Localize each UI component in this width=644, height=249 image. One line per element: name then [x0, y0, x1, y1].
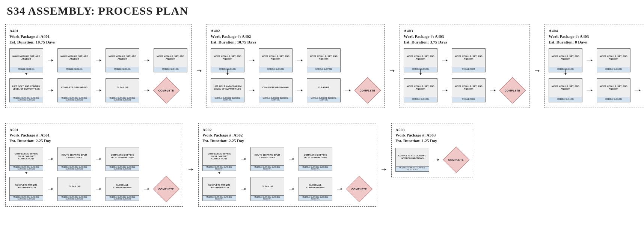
task-row: MOVE MODULE, SET, AND ANCHORMODULE: SL01…: [549, 78, 644, 103]
package-header: A501 Work Package #: A501 Est. Duration:…: [9, 127, 179, 144]
package-header: A403 Work Package #: A403 Est. Duration:…: [404, 28, 525, 45]
task-box: MOVE MODULE, SET, AND ANCHORMODULE: SL00…: [154, 48, 187, 72]
complete-diamond: COMPLETE: [154, 176, 179, 202]
task-box: MOVE MODULE, SET, AND ANCHORMODULE: SL01…: [597, 48, 630, 72]
task-box: COMPLETE SHIPPING SPLIT TERMINATIONSMODU…: [106, 147, 139, 171]
task-label: MOVE MODULE, SET, AND ANCHOR: [597, 79, 630, 97]
task-label: ROUTE SHIPPING SPLIT CONDUCTORS: [251, 147, 284, 165]
task-box: MOVE MODULE, SET, AND ANCHORMODULE: SL00…: [259, 48, 293, 72]
task-module: MODULE: SL007.001: [307, 67, 340, 72]
task-label: COMPLETE GROUNDING: [259, 79, 292, 97]
package-header: A402 Work Package #: A402 Est. Duration:…: [211, 28, 380, 45]
task-box: CLOSE ALL COMPARTMENTSMODULE: SL005.001,…: [299, 177, 332, 201]
arrow-right-icon: [249, 60, 254, 60]
task-module: MODULE: SL001.001, SL002.001, SL003.001,…: [10, 195, 43, 201]
arrow-right-icon: [635, 90, 640, 90]
task-row: MOVE MODULE, SET, AND ANCHORMODULE: SL00…: [404, 48, 525, 72]
task-label: MOVE MODULE, SET, AND ANCHOR: [452, 49, 485, 67]
task-label: MOVE MODULE, SET, AND ANCHOR: [259, 49, 292, 67]
task-label: COMPLETE SHIPPING SPLIT TERMINATIONS: [299, 147, 332, 165]
complete-label: COMPLETE: [360, 89, 375, 92]
arrow-right-icon: [48, 189, 53, 189]
package-connector-icon: [390, 70, 394, 71]
task-module: MODULE: SL005.001, SL006.001, SL007.001: [299, 195, 332, 201]
task-row: COMPLETE SHIPPING SPLIT CONDUIT CONNECTI…: [9, 147, 179, 171]
work-package-a503: A503 Work Package #: A503 Est. Duration:…: [391, 123, 473, 178]
task-module: MODULE: SL001.001, SL002.001, SL003.001,…: [106, 97, 139, 102]
task-box: MOVE MODULE, SET, AND ANCHORMODULE: SL00…: [211, 48, 244, 72]
task-label: ROUTE SHIPPING SPLIT CONDUCTORS: [58, 147, 91, 165]
task-label: MOVE MODULE, SET, AND ANCHOR: [154, 49, 187, 67]
task-box: MOVE MODULE, SET, AND ANCHORMODULE: SL00…: [307, 48, 341, 72]
task-box: CLEAN UPMODULE: SL005.001, SL006.001, SL…: [250, 177, 284, 201]
task-box: COMPLETE ALL LIGHTING INTERCONNECTIONSMO…: [395, 148, 429, 172]
task-module: MODULE: SL010.001: [404, 97, 437, 102]
task-row: LIFT, BOLT, AND CONFIRM LEVEL OF SUPPORT…: [9, 78, 187, 103]
task-module: MODULE: SL008.001, SL009.001, SL010, SL0…: [396, 166, 429, 171]
task-box: ROUTE SHIPPING SPLIT CONDUCTORSMODULE: S…: [57, 147, 91, 171]
task-label: MOVE MODULE, SET, AND ANCHOR: [549, 79, 582, 97]
task-row: MOVE MODULE, SET, AND ANCHORMODULE: SL01…: [549, 48, 644, 72]
task-label: MOVE MODULE, SET, AND ANCHOR: [307, 49, 340, 67]
complete-label: COMPLETE: [158, 188, 174, 190]
task-box: COMPLETE TORQUE DOCUMENTATIONMODULE: SL0…: [9, 177, 43, 201]
task-label: MOVE MODULE, SET, AND ANCHOR: [106, 49, 139, 67]
task-row: COMPLETE TORQUE DOCUMENTATIONMODULE: SL0…: [202, 176, 372, 202]
task-label: CLEAN UP: [106, 79, 139, 97]
arrow-right-icon: [587, 60, 592, 60]
connector-down-icon: [26, 168, 26, 174]
package-header: A502 Work Package #: A502 Est. Duration:…: [202, 127, 372, 144]
arrow-right-icon: [442, 60, 447, 60]
task-label: MOVE MODULE, SET, AND ANCHOR: [404, 49, 437, 67]
task-module: MODULE: SL005.001: [211, 67, 244, 72]
complete-diamond: COMPLETE: [355, 78, 380, 103]
task-label: COMPLETE TORQUE DOCUMENTATION: [10, 177, 43, 195]
arrow-right-icon: [434, 160, 439, 160]
task-row: COMPLETE TORQUE DOCUMENTATIONMODULE: SL0…: [9, 176, 179, 202]
task-module: MODULE: SL001.001, SL002.001, SL003.001,…: [58, 97, 91, 102]
task-label: MOVE MODULE, SET, AND ANCHOR: [10, 49, 43, 67]
work-package-a502: A502 Work Package #: A502 Est. Duration:…: [198, 123, 376, 207]
arrow-right-icon: [297, 60, 302, 60]
task-row: COMPLETE ALL LIGHTING INTERCONNECTIONSMO…: [395, 147, 469, 172]
task-box: COMPLETE SHIPPING SPLIT CONDUIT CONNECTI…: [9, 147, 43, 171]
task-box: MOVE MODULE, SET, AND ANCHORMODULE: SL01…: [452, 78, 486, 102]
complete-label: COMPLETE: [351, 188, 367, 190]
task-box: MOVE MODULE, SET, AND ANCHORMODULE: SL00…: [57, 48, 91, 72]
connector-down-icon: [420, 69, 421, 75]
task-label: COMPLETE SHIPPING SPLIT CONDUIT CONNECTI…: [203, 147, 236, 165]
task-box: COMPLETE SHIPPING SPLIT TERMINATIONSMODU…: [299, 147, 332, 171]
task-box: CLEAN UPMODULE: SL001.001, SL002.001, SL…: [57, 177, 91, 201]
arrow-right-icon: [345, 90, 350, 90]
task-box: CLOSE ALL COMPARTMENTSMODULE: SL001.001,…: [106, 177, 139, 201]
work-package-a402: A402 Work Package #: A402 Est. Duration:…: [207, 24, 385, 108]
task-box: MOVE MODULE, SET, AND ANCHORMODULE: SL01…: [549, 48, 582, 72]
arrow-right-icon: [96, 159, 101, 159]
arrow-right-icon: [241, 159, 246, 159]
task-label: LIFT, BOLT, AND CONFIRM LEVEL OF SUPPORT…: [211, 79, 244, 97]
task-module: MODULE: SL001.001, SL002.001, SL003.001,…: [10, 165, 43, 171]
task-label: COMPLETE ALL LIGHTING INTERCONNECTIONS: [396, 148, 429, 166]
task-module: MODULE: SL005.001, SL006.001, SL007.001: [203, 165, 236, 171]
package-header: A503 Work Package #: A503 Est. Duration:…: [395, 127, 469, 144]
task-box: MOVE MODULE, SET, AND ANCHORMODULE: SL01…: [549, 78, 582, 102]
task-module: MODULE: SL003.001: [106, 67, 139, 72]
work-package-a501: A501 Work Package #: A501 Est. Duration:…: [5, 123, 183, 207]
task-label: MOVE MODULE, SET, AND ANCHOR: [58, 49, 91, 67]
task-label: CLOSE ALL COMPARTMENTS: [299, 177, 332, 195]
complete-label: COMPLETE: [505, 89, 520, 92]
task-label: COMPLETE SHIPPING SPLIT TERMINATIONS: [106, 147, 139, 165]
task-box: MOVE MODULE, SET, AND ANCHORMODULE: SL00…: [9, 48, 43, 72]
task-box: MOVE MODULE, SET, AND ANCHORMODULE: SL00…: [452, 48, 486, 72]
task-module: MODULE: SL005.001, SL006.001, SL007.001: [251, 195, 284, 201]
task-box: MOVE MODULE, SET, AND ANCHORMODULE: SL00…: [404, 48, 437, 72]
task-box: CLEAN UPMODULE: SL005.001, SL006.001, SL…: [307, 78, 341, 102]
task-row: COMPLETE SHIPPING SPLIT CONDUIT CONNECTI…: [202, 147, 372, 171]
task-box: ROUTE SHIPPING SPLIT CONDUCTORSMODULE: S…: [250, 147, 284, 171]
arrow-right-icon: [48, 60, 53, 60]
task-row: MOVE MODULE, SET, AND ANCHORMODULE: SL01…: [404, 78, 525, 103]
task-label: COMPLETE TORQUE DOCUMENTATION: [203, 177, 236, 195]
arrow-right-icon: [442, 90, 447, 90]
task-label: MOVE MODULE, SET, AND ANCHOR: [452, 79, 485, 97]
task-module: MODULE: SL008.001: [404, 67, 437, 72]
